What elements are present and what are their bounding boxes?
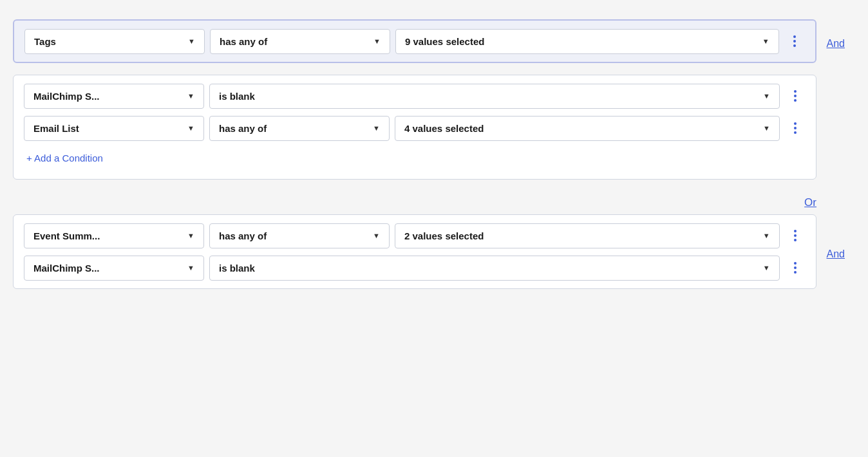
field-select-mailchimp-1[interactable]: MailChimp S... ▼ — [24, 84, 204, 109]
value-label-event: 2 values selected — [404, 230, 484, 241]
chevron-icon-ev-op: ▼ — [373, 232, 380, 239]
field-select-event[interactable]: Event Summ... ▼ — [24, 223, 204, 248]
connector-and-label-1: And — [827, 38, 845, 50]
dot-1 — [793, 35, 796, 38]
field-label-mailchimp-1: MailChimp S... — [33, 91, 100, 102]
dot-2 — [794, 95, 797, 97]
dot-2 — [794, 234, 797, 237]
group-content-1: Tags ▼ has any of ▼ 9 values selected ▼ — [13, 19, 816, 68]
more-options-mailchimp-1[interactable] — [785, 83, 806, 109]
operator-label-mailchimp-1: is blank — [219, 91, 255, 102]
or-connector-label[interactable]: Or — [804, 196, 816, 209]
value-label-emaillist: 4 values selected — [404, 123, 484, 134]
operator-label-mailchimp-2: is blank — [219, 263, 255, 274]
chevron-icon-mc2-op: ▼ — [763, 264, 770, 272]
group-wrapper-1: Tags ▼ has any of ▼ 9 values selected ▼ — [13, 19, 855, 68]
condition-row-mailchimp-1: MailChimp S... ▼ is blank ▼ — [24, 83, 806, 109]
operator-select-mailchimp-2[interactable]: is blank ▼ — [209, 256, 780, 281]
value-select-tags[interactable]: 9 values selected ▼ — [395, 29, 779, 54]
more-options-emaillist[interactable] — [785, 115, 806, 141]
group-wrapper-3: Event Summ... ▼ has any of ▼ 2 values se… — [13, 214, 855, 294]
dot-3 — [794, 271, 797, 274]
group-content-3: Event Summ... ▼ has any of ▼ 2 values se… — [13, 214, 816, 294]
dot-1 — [794, 90, 797, 93]
dot-2 — [794, 127, 797, 129]
operator-select-event[interactable]: has any of ▼ — [209, 223, 390, 248]
group-connector-and-3[interactable]: And — [816, 214, 855, 294]
between-groups-connector: Or — [13, 191, 855, 214]
conditions-area: Tags ▼ has any of ▼ 9 values selected ▼ — [13, 19, 855, 301]
add-condition-label-1: + Add a Condition — [26, 153, 103, 163]
more-options-tags[interactable] — [784, 28, 805, 54]
chevron-icon-mc2-field: ▼ — [187, 264, 194, 272]
chevron-icon-tags-val: ▼ — [762, 37, 769, 45]
field-select-tags[interactable]: Tags ▼ — [24, 29, 205, 54]
dot-3 — [793, 44, 796, 47]
chevron-icon-el-val: ▼ — [763, 124, 770, 132]
dot-2 — [793, 40, 796, 42]
field-select-mailchimp-2[interactable]: MailChimp S... ▼ — [24, 256, 204, 281]
group-wrapper-2: MailChimp S... ▼ is blank ▼ — [13, 75, 855, 185]
chevron-icon-el-field: ▼ — [187, 124, 194, 132]
dot-3 — [794, 99, 797, 102]
group-connector-and-1[interactable]: And — [816, 19, 855, 68]
dot-1 — [794, 122, 797, 125]
condition-row-event: Event Summ... ▼ has any of ▼ 2 values se… — [24, 223, 806, 248]
chevron-icon-tags-field: ▼ — [188, 37, 195, 45]
chevron-icon-tags-op: ▼ — [373, 37, 381, 45]
field-label-mailchimp-2: MailChimp S... — [33, 263, 100, 274]
connector-and-label-3: And — [827, 248, 845, 260]
dot-1 — [794, 230, 797, 232]
group-content-2: MailChimp S... ▼ is blank ▼ — [13, 75, 816, 185]
field-select-emaillist[interactable]: Email List ▼ — [24, 116, 204, 141]
more-options-mailchimp-2[interactable] — [785, 255, 806, 281]
value-select-emaillist[interactable]: 4 values selected ▼ — [395, 116, 780, 141]
field-label-emaillist: Email List — [33, 123, 79, 134]
condition-row-1: Tags ▼ has any of ▼ 9 values selected ▼ — [24, 28, 805, 54]
condition-row-emaillist: Email List ▼ has any of ▼ 4 values selec… — [24, 115, 806, 141]
page-container: Tags ▼ has any of ▼ 9 values selected ▼ — [13, 13, 855, 307]
dot-2 — [794, 266, 797, 269]
chevron-icon-mc1-op: ▼ — [763, 92, 770, 100]
condition-row-mailchimp-2: MailChimp S... ▼ is blank ▼ — [24, 255, 806, 281]
add-condition-button-1[interactable]: + Add a Condition — [24, 147, 806, 169]
operator-select-mailchimp-1[interactable]: is blank ▼ — [209, 84, 780, 109]
value-select-event[interactable]: 2 values selected ▼ — [395, 223, 780, 248]
spacer-right-2 — [816, 75, 855, 185]
dot-3 — [794, 131, 797, 134]
operator-select-emaillist[interactable]: has any of ▼ — [209, 116, 390, 141]
operator-label-event: has any of — [219, 230, 267, 241]
condition-group-1: Tags ▼ has any of ▼ 9 values selected ▼ — [13, 19, 816, 63]
chevron-icon-ev-val: ▼ — [763, 232, 770, 239]
operator-label-emaillist: has any of — [219, 123, 267, 134]
field-label-event: Event Summ... — [33, 230, 100, 241]
chevron-icon-ev-field: ▼ — [187, 232, 194, 239]
condition-group-2: MailChimp S... ▼ is blank ▼ — [13, 75, 816, 180]
dot-1 — [794, 262, 797, 265]
operator-select-tags[interactable]: has any of ▼ — [210, 29, 390, 54]
condition-group-3: Event Summ... ▼ has any of ▼ 2 values se… — [13, 214, 816, 289]
field-label-tags: Tags — [34, 36, 56, 47]
value-label-tags: 9 values selected — [405, 36, 484, 47]
dot-3 — [794, 239, 797, 241]
more-options-event[interactable] — [785, 223, 806, 248]
operator-label-tags: has any of — [220, 36, 267, 47]
chevron-icon-mc1-field: ▼ — [187, 92, 194, 100]
chevron-icon-el-op: ▼ — [373, 124, 380, 132]
